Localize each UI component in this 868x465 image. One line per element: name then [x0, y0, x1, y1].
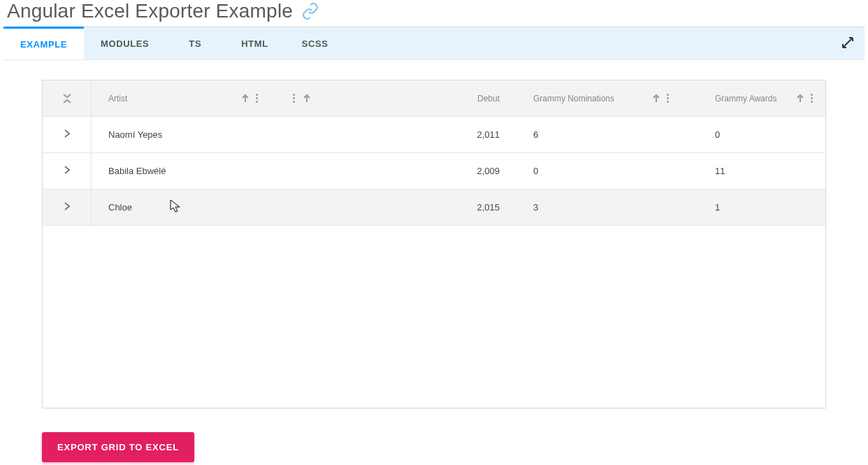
table-row[interactable]: Chloe 2,015 3 1	[43, 189, 825, 226]
cell-artist: Chloe	[108, 202, 132, 213]
column-header-artist[interactable]: Artist	[108, 94, 127, 103]
table-row[interactable]: Babila Ebwélé 2,009 0 11	[43, 153, 825, 189]
expand-row-icon[interactable]	[62, 165, 72, 177]
column-header-awards[interactable]: Grammy Awards	[698, 94, 776, 103]
tab-modules[interactable]: MODULES	[84, 27, 166, 59]
cell-nominations: 0	[516, 166, 538, 176]
table-row[interactable]: Naomí Yepes 2,011 6 0	[43, 117, 825, 153]
column-menu-icon[interactable]	[811, 94, 813, 103]
expand-row-icon[interactable]	[62, 201, 72, 213]
export-button[interactable]: EXPORT GRID TO EXCEL	[42, 432, 194, 462]
cell-debut: 2,009	[477, 166, 500, 176]
cell-nominations: 6	[516, 129, 538, 140]
sort-icon[interactable]	[651, 94, 661, 103]
cell-awards: 0	[698, 129, 720, 140]
page-title: Angular Excel Exporter Example	[7, 0, 293, 22]
cell-nominations: 3	[516, 202, 538, 213]
column-menu-icon[interactable]	[667, 94, 669, 103]
data-grid: Artist Debut Grammy Nominations	[42, 80, 826, 408]
cell-awards: 11	[698, 166, 725, 176]
tab-example[interactable]: EXAMPLE	[3, 27, 84, 59]
link-icon[interactable]	[301, 2, 319, 20]
svg-line-0	[843, 38, 853, 48]
column-menu-icon[interactable]	[293, 94, 295, 103]
tab-html[interactable]: HTML	[224, 27, 285, 59]
sort-icon[interactable]	[240, 94, 250, 103]
column-header-nominations[interactable]: Grammy Nominations	[516, 94, 614, 103]
collapse-all-toggle[interactable]	[62, 93, 72, 104]
tab-scss[interactable]: SCSS	[285, 27, 345, 59]
cell-artist: Naomí Yepes	[108, 129, 162, 140]
sort-icon[interactable]	[302, 94, 312, 103]
tab-ts[interactable]: TS	[166, 27, 224, 59]
expand-row-icon[interactable]	[62, 129, 72, 141]
cell-debut: 2,015	[477, 202, 500, 213]
fullscreen-button[interactable]	[831, 27, 865, 59]
expand-icon	[841, 36, 854, 51]
sort-icon[interactable]	[795, 94, 805, 103]
tab-strip: EXAMPLE MODULES TS HTML SCSS	[3, 27, 865, 60]
column-menu-icon[interactable]	[256, 94, 258, 103]
cell-debut: 2,011	[477, 129, 500, 140]
column-header-debut[interactable]: Debut	[477, 94, 500, 103]
cell-artist: Babila Ebwélé	[108, 166, 166, 176]
cell-awards: 1	[698, 202, 720, 213]
